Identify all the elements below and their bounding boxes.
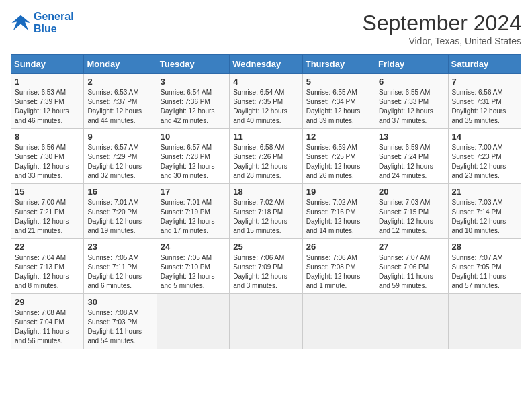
- calendar-cell: 10Sunrise: 6:57 AM Sunset: 7:28 PM Dayli…: [157, 129, 229, 184]
- day-number: 8: [15, 132, 80, 142]
- calendar-cell: 20Sunrise: 7:03 AM Sunset: 7:15 PM Dayli…: [375, 184, 448, 239]
- calendar-cell: 19Sunrise: 7:02 AM Sunset: 7:16 PM Dayli…: [302, 184, 375, 239]
- day-info: Sunrise: 7:00 AM Sunset: 7:23 PM Dayligh…: [452, 143, 517, 181]
- day-info: Sunrise: 7:01 AM Sunset: 7:19 PM Dayligh…: [161, 198, 226, 236]
- calendar-cell: 11Sunrise: 6:58 AM Sunset: 7:26 PM Dayli…: [230, 129, 302, 184]
- calendar-cell: 1Sunrise: 6:53 AM Sunset: 7:39 PM Daylig…: [11, 74, 84, 129]
- month-title: September 2024: [362, 11, 521, 36]
- week-row-2: 8Sunrise: 6:56 AM Sunset: 7:30 PM Daylig…: [11, 129, 521, 184]
- calendar-cell: 7Sunrise: 6:56 AM Sunset: 7:31 PM Daylig…: [448, 74, 521, 129]
- day-info: Sunrise: 6:58 AM Sunset: 7:26 PM Dayligh…: [233, 143, 298, 181]
- day-info: Sunrise: 7:04 AM Sunset: 7:13 PM Dayligh…: [15, 253, 80, 291]
- day-number: 10: [161, 132, 226, 142]
- column-header-wednesday: Wednesday: [230, 55, 302, 74]
- day-info: Sunrise: 6:54 AM Sunset: 7:36 PM Dayligh…: [161, 88, 226, 126]
- day-info: Sunrise: 7:05 AM Sunset: 7:11 PM Dayligh…: [87, 253, 152, 291]
- calendar-cell: 16Sunrise: 7:01 AM Sunset: 7:20 PM Dayli…: [84, 184, 157, 239]
- week-row-3: 15Sunrise: 7:00 AM Sunset: 7:21 PM Dayli…: [11, 184, 521, 239]
- day-info: Sunrise: 7:00 AM Sunset: 7:21 PM Dayligh…: [15, 198, 80, 236]
- calendar-cell: 15Sunrise: 7:00 AM Sunset: 7:21 PM Dayli…: [11, 184, 84, 239]
- day-info: Sunrise: 6:57 AM Sunset: 7:29 PM Dayligh…: [87, 143, 152, 181]
- day-info: Sunrise: 6:56 AM Sunset: 7:31 PM Dayligh…: [452, 88, 517, 126]
- calendar-cell: 29Sunrise: 7:08 AM Sunset: 7:04 PM Dayli…: [11, 294, 84, 349]
- column-header-friday: Friday: [375, 55, 448, 74]
- day-number: 4: [233, 77, 298, 87]
- day-info: Sunrise: 7:02 AM Sunset: 7:16 PM Dayligh…: [306, 198, 371, 236]
- day-number: 27: [379, 242, 444, 252]
- calendar-cell: 23Sunrise: 7:05 AM Sunset: 7:11 PM Dayli…: [84, 239, 157, 294]
- column-headers-row: SundayMondayTuesdayWednesdayThursdayFrid…: [11, 55, 521, 74]
- day-number: 13: [379, 132, 444, 142]
- day-info: Sunrise: 6:53 AM Sunset: 7:37 PM Dayligh…: [87, 88, 152, 126]
- day-info: Sunrise: 6:59 AM Sunset: 7:24 PM Dayligh…: [379, 143, 444, 181]
- day-info: Sunrise: 6:59 AM Sunset: 7:25 PM Dayligh…: [306, 143, 371, 181]
- day-number: 28: [452, 242, 517, 252]
- day-info: Sunrise: 7:05 AM Sunset: 7:10 PM Dayligh…: [161, 253, 226, 291]
- column-header-saturday: Saturday: [448, 55, 521, 74]
- day-number: 22: [15, 242, 80, 252]
- day-number: 6: [379, 77, 444, 87]
- day-number: 12: [306, 132, 371, 142]
- day-number: 30: [87, 297, 152, 307]
- calendar-cell: 28Sunrise: 7:07 AM Sunset: 7:05 PM Dayli…: [448, 239, 521, 294]
- day-info: Sunrise: 6:55 AM Sunset: 7:33 PM Dayligh…: [379, 88, 444, 126]
- calendar-cell: [375, 294, 448, 349]
- day-number: 1: [15, 77, 80, 87]
- calendar-cell: 17Sunrise: 7:01 AM Sunset: 7:19 PM Dayli…: [157, 184, 229, 239]
- calendar-cell: 8Sunrise: 6:56 AM Sunset: 7:30 PM Daylig…: [11, 129, 84, 184]
- day-info: Sunrise: 7:01 AM Sunset: 7:20 PM Dayligh…: [87, 198, 152, 236]
- day-number: 14: [452, 132, 517, 142]
- day-number: 7: [452, 77, 517, 87]
- day-number: 20: [379, 187, 444, 197]
- calendar-cell: 21Sunrise: 7:03 AM Sunset: 7:14 PM Dayli…: [448, 184, 521, 239]
- day-number: 19: [306, 187, 371, 197]
- day-number: 9: [87, 132, 152, 142]
- day-number: 29: [15, 297, 80, 307]
- column-header-monday: Monday: [84, 55, 157, 74]
- calendar-cell: 3Sunrise: 6:54 AM Sunset: 7:36 PM Daylig…: [157, 74, 229, 129]
- day-number: 15: [15, 187, 80, 197]
- calendar-cell: 26Sunrise: 7:06 AM Sunset: 7:08 PM Dayli…: [302, 239, 375, 294]
- day-info: Sunrise: 6:56 AM Sunset: 7:30 PM Dayligh…: [15, 143, 80, 181]
- calendar-cell: 5Sunrise: 6:55 AM Sunset: 7:34 PM Daylig…: [302, 74, 375, 129]
- calendar-cell: [302, 294, 375, 349]
- calendar-cell: 24Sunrise: 7:05 AM Sunset: 7:10 PM Dayli…: [157, 239, 229, 294]
- day-number: 23: [87, 242, 152, 252]
- calendar-table: SundayMondayTuesdayWednesdayThursdayFrid…: [11, 54, 521, 349]
- logo: General Blue: [11, 11, 74, 35]
- column-header-sunday: Sunday: [11, 55, 84, 74]
- calendar-cell: 30Sunrise: 7:08 AM Sunset: 7:03 PM Dayli…: [84, 294, 157, 349]
- calendar-cell: 27Sunrise: 7:07 AM Sunset: 7:06 PM Dayli…: [375, 239, 448, 294]
- day-info: Sunrise: 7:08 AM Sunset: 7:03 PM Dayligh…: [87, 308, 152, 346]
- day-info: Sunrise: 7:08 AM Sunset: 7:04 PM Dayligh…: [15, 308, 80, 346]
- day-number: 17: [161, 187, 226, 197]
- day-info: Sunrise: 7:07 AM Sunset: 7:05 PM Dayligh…: [452, 253, 517, 291]
- calendar-cell: [157, 294, 229, 349]
- svg-marker-0: [12, 15, 30, 31]
- day-info: Sunrise: 6:57 AM Sunset: 7:28 PM Dayligh…: [161, 143, 226, 181]
- day-info: Sunrise: 7:06 AM Sunset: 7:08 PM Dayligh…: [306, 253, 371, 291]
- day-number: 25: [233, 242, 298, 252]
- calendar-cell: 6Sunrise: 6:55 AM Sunset: 7:33 PM Daylig…: [375, 74, 448, 129]
- week-row-1: 1Sunrise: 6:53 AM Sunset: 7:39 PM Daylig…: [11, 74, 521, 129]
- day-number: 16: [87, 187, 152, 197]
- calendar-cell: 22Sunrise: 7:04 AM Sunset: 7:13 PM Dayli…: [11, 239, 84, 294]
- calendar-cell: 14Sunrise: 7:00 AM Sunset: 7:23 PM Dayli…: [448, 129, 521, 184]
- calendar-cell: 4Sunrise: 6:54 AM Sunset: 7:35 PM Daylig…: [230, 74, 302, 129]
- page-header: General Blue September 2024 Vidor, Texas…: [11, 11, 521, 46]
- day-number: 11: [233, 132, 298, 142]
- calendar-cell: 13Sunrise: 6:59 AM Sunset: 7:24 PM Dayli…: [375, 129, 448, 184]
- day-info: Sunrise: 6:53 AM Sunset: 7:39 PM Dayligh…: [15, 88, 80, 126]
- week-row-4: 22Sunrise: 7:04 AM Sunset: 7:13 PM Dayli…: [11, 239, 521, 294]
- day-number: 5: [306, 77, 371, 87]
- week-row-5: 29Sunrise: 7:08 AM Sunset: 7:04 PM Dayli…: [11, 294, 521, 349]
- day-info: Sunrise: 7:07 AM Sunset: 7:06 PM Dayligh…: [379, 253, 444, 291]
- day-number: 26: [306, 242, 371, 252]
- calendar-cell: 18Sunrise: 7:02 AM Sunset: 7:18 PM Dayli…: [230, 184, 302, 239]
- calendar-cell: 2Sunrise: 6:53 AM Sunset: 7:37 PM Daylig…: [84, 74, 157, 129]
- logo-text: General Blue: [34, 11, 74, 35]
- day-info: Sunrise: 7:03 AM Sunset: 7:15 PM Dayligh…: [379, 198, 444, 236]
- day-number: 3: [161, 77, 226, 87]
- column-header-thursday: Thursday: [302, 55, 375, 74]
- calendar-cell: [448, 294, 521, 349]
